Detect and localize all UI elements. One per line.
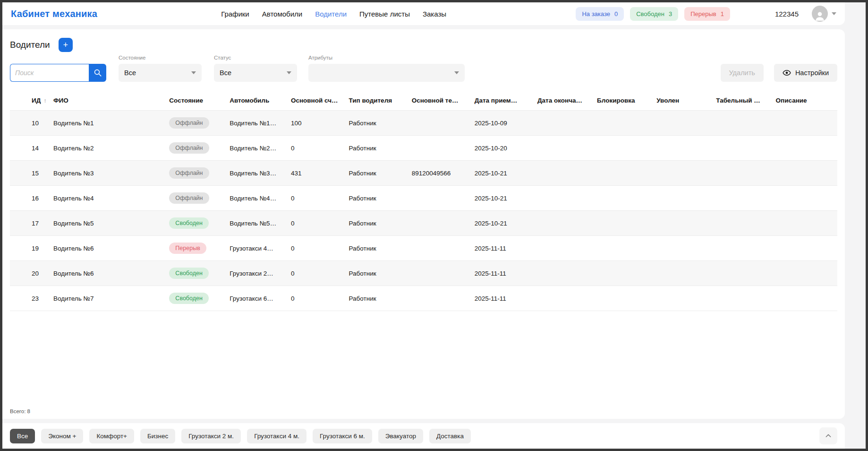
cell-hire_date: 2025-10-21 [471,186,534,211]
column-header[interactable]: Дата оконча… [534,91,593,111]
select-value: Все [124,69,136,77]
cell-state: Оффлайн [165,111,226,136]
cell-fired [653,211,712,236]
collapse-panel-button[interactable] [819,427,837,444]
column-header[interactable]: Тип водителя [345,91,408,111]
driver-state-pill: Оффлайн [169,192,209,204]
cell-hire_date: 2025-11-11 [471,286,534,311]
cell-end_date [534,236,593,261]
status-badge-green[interactable]: Свободен3 [630,7,678,21]
column-header[interactable]: ФИО [50,91,165,111]
tariff-chip-грузотакси-6-м[interactable]: Грузотакси 6 м. [313,429,372,443]
cell-personnel_no [712,111,772,136]
column-header[interactable]: Основной сч… [287,91,345,111]
tariff-chip-эконом-+[interactable]: Эконом + [41,429,83,443]
cell-phone [408,261,471,286]
delete-button[interactable]: Удалить [721,64,764,82]
status-badge-blue[interactable]: На заказе0 [576,7,624,21]
cell-name: Водитель №7 [50,286,165,311]
cell-hire_date: 2025-10-21 [471,211,534,236]
tariff-chip-бизнес[interactable]: Бизнес [140,429,175,443]
cell-description [772,186,838,211]
table-row[interactable]: 20Водитель №6СвободенГрузотакси 2…0Работ… [10,261,837,286]
cell-phone [408,186,471,211]
search-group [10,64,106,82]
tariff-chip-грузотакси-2-м[interactable]: Грузотакси 2 м. [181,429,241,443]
add-driver-button[interactable]: + [59,38,73,52]
column-header[interactable]: ИД↑ [10,91,50,111]
cell-driver_type: Работник [345,136,408,161]
cell-fired [653,136,712,161]
column-header[interactable]: Описание [772,91,838,111]
nav-item-автомобили[interactable]: Автомобили [262,10,302,18]
cell-fired [653,286,712,311]
cell-state: Перерыв [165,236,226,261]
account-menu[interactable] [812,6,836,22]
table-row[interactable]: 15Водитель №3ОффлайнВодитель №3…431Работ… [10,161,837,186]
settings-button[interactable]: Настройки [774,64,837,82]
table-row[interactable]: 16Водитель №4ОффлайнВодитель №4…0Работни… [10,186,837,211]
cell-personnel_no [712,261,772,286]
cell-phone [408,136,471,161]
search-input[interactable] [10,64,89,82]
tariff-chip-эвакуатор[interactable]: Эвакуатор [378,429,423,443]
filter-select-атрибуты[interactable] [308,64,465,82]
cell-state: Свободен [165,211,226,236]
cell-id: 15 [10,161,50,186]
nav-item-заказы[interactable]: Заказы [423,10,446,18]
cell-account: 0 [287,261,345,286]
badge-count: 3 [669,10,672,17]
cell-account: 0 [287,236,345,261]
tariff-chip-комфорт+[interactable]: Комфорт+ [89,429,134,443]
table-row[interactable]: 23Водитель №7СвободенГрузотакси 6…0Работ… [10,286,837,311]
cell-fired [653,161,712,186]
cell-description [772,236,838,261]
column-header[interactable]: Блокировка [593,91,653,111]
column-header[interactable]: Уволен [653,91,712,111]
cell-end_date [534,261,593,286]
nav-item-графики[interactable]: Графики [221,10,249,18]
badge-label: Перерыв [690,10,716,17]
cell-account: 0 [287,136,345,161]
tariff-chip-доставка[interactable]: Доставка [429,429,471,443]
column-header[interactable]: Состояние [165,91,226,111]
cell-block [593,186,653,211]
tariff-chip-все[interactable]: Все [10,429,35,443]
table-header-row: ИД↑ФИОСостояниеАвтомобильОсновной сч…Тип… [10,91,837,111]
tariff-chip-грузотакси-4-м[interactable]: Грузотакси 4 м. [247,429,306,443]
filter-select-состояние[interactable]: Все [119,64,202,82]
cell-driver_type: Работник [345,261,408,286]
topbar-right: На заказе0Свободен3Перерыв1 122345 [576,6,836,22]
table-row[interactable]: 14Водитель №2ОффлайнВодитель №2…0Работни… [10,136,837,161]
badge-label: На заказе [582,10,610,17]
driver-state-pill: Оффлайн [169,167,209,179]
column-header[interactable]: Дата прием… [471,91,534,111]
cell-phone [408,111,471,136]
cell-hire_date: 2025-10-21 [471,161,534,186]
table-row[interactable]: 17Водитель №5СвободенВодитель №5…0Работн… [10,211,837,236]
table-row[interactable]: 10Водитель №1ОффлайнВодитель №1…100Работ… [10,111,837,136]
cell-end_date [534,161,593,186]
column-header[interactable]: Основной те… [408,91,471,111]
column-header[interactable]: Автомобиль [226,91,287,111]
cell-car: Водитель №3… [226,161,287,186]
table-row[interactable]: 19Водитель №6ПерерывГрузотакси 4…0Работн… [10,236,837,261]
filter-label: Атрибуты [308,55,465,61]
cell-hire_date: 2025-10-09 [471,111,534,136]
status-badge-red[interactable]: Перерыв1 [684,7,730,21]
drivers-page: Водители + СостояниеВсеСтатусВсеАтрибуты… [2,29,845,419]
search-button[interactable] [89,64,106,82]
avatar[interactable] [812,6,828,22]
driver-state-pill: Перерыв [169,243,206,254]
column-header[interactable]: Табельный … [712,91,772,111]
driver-state-pill: Свободен [169,268,208,279]
filters: СостояниеВсеСтатусВсеАтрибуты [106,55,465,82]
cell-id: 10 [10,111,50,136]
filter-select-статус[interactable]: Все [214,64,297,82]
cell-phone [408,211,471,236]
cell-end_date [534,186,593,211]
cell-block [593,236,653,261]
select-value: Все [220,69,231,77]
nav-item-водители[interactable]: Водители [315,10,347,18]
nav-item-путевые-листы[interactable]: Путевые листы [359,10,410,18]
